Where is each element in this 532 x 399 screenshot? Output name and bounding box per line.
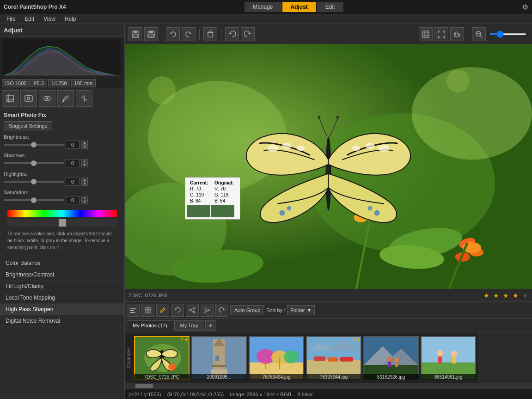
menu-high-pass[interactable]: High Pass Sharpen (0, 304, 124, 315)
tabs-area: My Photos (17) My Tray + (125, 319, 532, 332)
suggest-settings-btn[interactable]: Suggest Settings (4, 121, 52, 130)
star-3[interactable]: ★ (503, 292, 509, 299)
saturation-value[interactable] (66, 196, 79, 204)
menu-local-tone[interactable]: Local Tone Mapping (0, 292, 124, 304)
organizer-sidebar[interactable]: Organizer (125, 332, 132, 383)
brightness-spin-down[interactable]: ▼ (81, 145, 88, 149)
star-4[interactable]: ★ (513, 292, 519, 299)
saturation-spin-down[interactable]: ▼ (81, 200, 88, 204)
save-btn[interactable] (128, 27, 142, 41)
toggle-btn[interactable] (127, 304, 140, 317)
thumb-3-stars: 3 ★ (353, 337, 361, 342)
redo-btn[interactable] (241, 27, 255, 41)
rotate-right-btn[interactable] (182, 27, 196, 41)
thumb-5[interactable] (421, 336, 476, 380)
menu-color-balance[interactable]: Color Balance (0, 258, 124, 269)
saturation-slider[interactable] (4, 199, 64, 201)
undo-btn[interactable] (225, 27, 239, 41)
undo-small-btn[interactable] (171, 304, 184, 317)
current-swatch (187, 205, 210, 217)
svg-point-89 (168, 363, 176, 371)
hand-tool-btn[interactable] (450, 27, 464, 41)
shadows-spin-down[interactable]: ▼ (81, 163, 88, 167)
menu-edit[interactable]: Edit (20, 15, 39, 23)
menu-file[interactable]: File (2, 15, 20, 23)
save-as-btn[interactable]: + (144, 27, 158, 41)
svg-rect-121 (438, 356, 442, 363)
star-1[interactable]: ★ (483, 292, 489, 299)
star-2[interactable]: ★ (493, 292, 499, 299)
brightness-value[interactable] (66, 141, 79, 149)
tab-edit[interactable]: Edit (317, 2, 343, 12)
brightness-spin-up[interactable]: ▲ (81, 141, 88, 145)
svg-rect-94 (215, 356, 219, 361)
highlights-spin-down[interactable]: ▼ (81, 182, 88, 186)
saturation-spin-up[interactable]: ▲ (81, 196, 88, 200)
thumb-1[interactable] (191, 336, 247, 380)
cast-gradient (7, 210, 117, 217)
svg-point-41 (446, 69, 470, 92)
highlights-spin-up[interactable]: ▲ (81, 178, 88, 182)
photo-tool-btn[interactable] (20, 90, 37, 107)
toolbar-sep-4 (468, 29, 468, 40)
scroll-bar[interactable] (125, 383, 532, 389)
thumb-4-label: 83162926.jpg (363, 374, 419, 380)
toolbar-sep-3 (221, 29, 221, 40)
thumb-2[interactable] (249, 336, 304, 380)
folder-dropdown[interactable]: Folder ▼ (287, 305, 315, 315)
exif-shutter: 1/1250 (48, 79, 70, 87)
exif-info: ISO 1600 f/5.3 1/1250 195 mm (0, 78, 124, 88)
shadows-value[interactable] (66, 159, 79, 167)
shadows-slider[interactable] (4, 162, 64, 164)
svg-rect-115 (388, 362, 391, 367)
menu-help[interactable]: Help (60, 15, 81, 23)
tab-adjust[interactable]: Adjust (282, 2, 316, 12)
fullscreen-btn[interactable] (434, 27, 448, 41)
rotate-left-btn[interactable] (166, 27, 180, 41)
main-image-canvas: Current: Original: R: 70 R: 70 G: 119 G:… (125, 44, 532, 289)
thumb-4[interactable] (363, 336, 419, 380)
zoom-slider[interactable] (489, 33, 526, 35)
share-btn[interactable] (186, 304, 199, 317)
svg-point-100 (284, 350, 299, 363)
eye-tool-btn[interactable] (39, 90, 55, 107)
svg-rect-123 (452, 357, 456, 363)
svg-point-79 (193, 307, 195, 309)
edit-btn[interactable] (156, 304, 169, 317)
redo-small-btn[interactable] (215, 304, 228, 317)
star-5[interactable]: ★ (522, 292, 528, 299)
my-tray-tab[interactable]: My Tray (174, 320, 204, 331)
paint-tool-btn[interactable] (57, 90, 74, 107)
grid-btn[interactable] (141, 304, 154, 317)
cast-slider[interactable] (7, 219, 117, 227)
zoom-out-btn[interactable] (472, 27, 486, 41)
thumb-3[interactable] (306, 336, 361, 380)
thumb-item-3: 78393644.jpg 3 ★ (306, 336, 361, 380)
highlights-value[interactable] (66, 178, 79, 186)
menu-view[interactable]: View (39, 15, 60, 23)
brightness-slider[interactable] (4, 144, 64, 146)
adjust-tool-btn[interactable] (76, 90, 92, 107)
tab-manage[interactable]: Manage (245, 2, 281, 12)
color-picker-tooltip: Current: Original: R: 70 R: 70 G: 119 G:… (185, 177, 240, 220)
svg-point-80 (190, 309, 191, 311)
svg-rect-14 (134, 31, 137, 33)
crop-tool-btn[interactable] (2, 90, 18, 107)
fit-btn[interactable] (419, 27, 433, 41)
shadows-spinbox: ▲ ▼ (81, 159, 88, 167)
cast-thumb[interactable] (59, 219, 66, 227)
highlights-slider[interactable] (4, 181, 64, 183)
main-layout: Adjust ISO 1600 f/5 (0, 24, 532, 399)
thumb-0[interactable] (134, 336, 190, 380)
scroll-thumb[interactable] (135, 384, 153, 388)
thumb-item-2: 76763494.jpg (249, 336, 304, 380)
menu-brightness-contrast[interactable]: Brightness/Contrast (0, 269, 124, 281)
menu-digital-noise[interactable]: Digital Noise Removal (0, 315, 124, 327)
delete-btn[interactable] (203, 27, 217, 41)
my-photos-tab[interactable]: My Photos (17) (127, 320, 173, 331)
menu-fill-light[interactable]: Fill Light/Clarity (0, 281, 124, 292)
shadows-spin-up[interactable]: ▲ (81, 159, 88, 163)
auto-group-btn[interactable]: Auto Group (230, 305, 264, 315)
add-tab-btn[interactable]: + (205, 320, 216, 331)
send-btn[interactable] (201, 304, 214, 317)
